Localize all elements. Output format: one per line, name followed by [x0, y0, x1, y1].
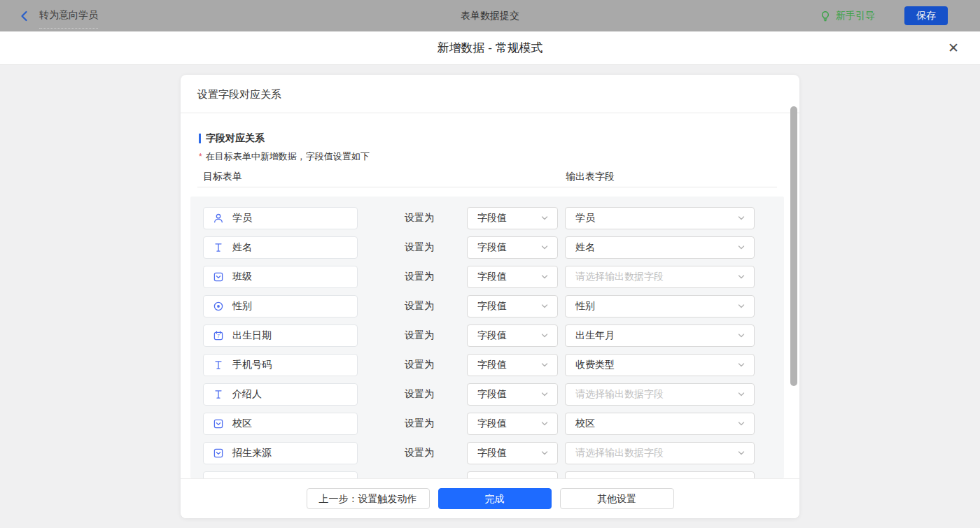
text-field-icon: [213, 359, 224, 371]
output-field-select[interactable]: 性别: [565, 295, 755, 317]
target-field[interactable]: 校区: [203, 413, 358, 435]
chevron-left-icon: [18, 10, 31, 22]
value-type-select[interactable]: 字段值: [467, 413, 558, 435]
target-field-label: 出生日期: [232, 329, 272, 342]
output-field-select[interactable]: 请选择输出数据字段: [565, 383, 755, 406]
radio-field-icon: [213, 301, 224, 312]
output-field-select[interactable]: 出生年月: [565, 324, 755, 347]
modal-body: 设置字段对应关系 字段对应关系 *在目标表单中新增数据，字段值设置如下 目标表单…: [0, 65, 980, 528]
close-icon[interactable]: ✕: [948, 41, 959, 55]
value-type-select[interactable]: 字段值: [467, 324, 558, 347]
target-field[interactable]: 学员: [203, 207, 358, 229]
field-mapping-row: 介绍人 设置为 字段值 请选择输出数据字段: [181, 383, 799, 406]
chevron-down-icon: [540, 361, 549, 369]
chevron-down-icon: [737, 390, 746, 399]
field-mapping-row: 招生来源 设置为 字段值 请选择输出数据字段: [181, 442, 799, 464]
guide-label: 新手引导: [836, 10, 875, 22]
target-field-label: 学员: [232, 212, 252, 224]
save-button[interactable]: 保存: [904, 6, 948, 25]
set-as-label: 设置为: [405, 418, 434, 430]
member-field-icon: [213, 213, 224, 224]
value-type-select[interactable]: 字段值: [467, 236, 558, 259]
value-type-text: 字段值: [477, 418, 540, 430]
output-field-select[interactable]: 请选择输出数据字段: [565, 442, 755, 464]
previous-step-button[interactable]: 上一步：设置触发动作: [307, 488, 430, 509]
field-mapping-row: 姓名 设置为 字段值 姓名: [181, 236, 799, 259]
value-type-text: 字段值: [477, 329, 540, 342]
field-mapping-card: 设置字段对应关系 字段对应关系 *在目标表单中新增数据，字段值设置如下 目标表单…: [181, 75, 799, 518]
field-mapping-row: 班级 设置为 字段值 请选择输出数据字段: [181, 266, 799, 288]
target-field-label: 性别: [232, 300, 252, 313]
set-as-label: 设置为: [405, 241, 434, 254]
target-field-label: 招生来源: [232, 447, 272, 459]
output-field-text: 校区: [575, 418, 737, 430]
target-field[interactable]: 7 出生日期: [203, 324, 358, 347]
topbar-actions: 新手引导 保存: [820, 6, 948, 25]
output-field-text: 请选择输出数据字段: [575, 447, 737, 459]
back-button[interactable]: 转为意向学员: [18, 3, 98, 29]
set-as-label: 设置为: [405, 212, 434, 224]
text-field-icon: [213, 242, 224, 253]
output-field-select[interactable]: 姓名: [565, 236, 755, 259]
output-field-select[interactable]: 收费类型: [565, 354, 755, 376]
output-field-select[interactable]: 校区: [565, 413, 755, 435]
field-mapping-row: 性别 设置为 字段值 性别: [181, 295, 799, 317]
output-field-text: 请选择输出数据字段: [575, 271, 737, 283]
select-field-icon: [213, 448, 224, 459]
vertical-scrollbar[interactable]: [790, 106, 797, 386]
chevron-down-icon: [737, 331, 746, 340]
modal-title: 新增数据 - 常规模式: [437, 40, 542, 56]
chevron-down-icon: [737, 361, 746, 369]
top-bar: 转为意向学员 表单数据提交 新手引导 保存: [0, 0, 980, 31]
output-field-select[interactable]: 学员: [565, 207, 755, 229]
set-as-label: 设置为: [405, 388, 434, 401]
value-type-select[interactable]: 字段值: [467, 383, 558, 406]
chevron-down-icon: [540, 449, 549, 457]
set-as-label: 设置为: [405, 271, 434, 283]
target-field[interactable]: 性别: [203, 295, 358, 317]
finish-button[interactable]: 完成: [438, 488, 552, 509]
set-as-label: 设置为: [405, 359, 434, 371]
target-field[interactable]: 手机号码: [203, 354, 358, 376]
select-field-icon: [213, 271, 224, 283]
chevron-down-icon: [737, 273, 746, 281]
modal-header: 新增数据 - 常规模式 ✕: [0, 31, 980, 65]
value-type-text: 字段值: [477, 271, 540, 283]
target-field-label: 校区: [232, 418, 252, 430]
other-settings-button[interactable]: 其他设置: [560, 488, 674, 509]
target-field-label: 姓名: [232, 241, 252, 254]
field-mapping-row: 校区 设置为 字段值 校区: [181, 413, 799, 435]
target-field[interactable]: 姓名: [203, 236, 358, 259]
back-label[interactable]: 转为意向学员: [39, 9, 98, 29]
chevron-down-icon: [540, 331, 549, 340]
chevron-down-icon: [737, 214, 746, 222]
chevron-down-icon: [540, 420, 549, 428]
target-field[interactable]: 班级: [203, 266, 358, 288]
target-field-label: 手机号码: [232, 359, 272, 371]
target-field[interactable]: 介绍人: [203, 383, 358, 406]
target-field[interactable]: 招生来源: [203, 442, 358, 464]
chevron-down-icon: [540, 273, 549, 281]
set-as-label: 设置为: [405, 447, 434, 459]
value-type-text: 字段值: [477, 212, 540, 224]
output-field-text: 请选择输出数据字段: [575, 388, 737, 401]
set-as-label: 设置为: [405, 300, 434, 313]
value-type-select[interactable]: 字段值: [467, 354, 558, 376]
output-field-select[interactable]: 请选择输出数据字段: [565, 266, 755, 288]
chevron-down-icon: [540, 243, 549, 252]
beginner-guide-link[interactable]: 新手引导: [820, 10, 875, 22]
value-type-select[interactable]: 字段值: [467, 295, 558, 317]
card-footer: 上一步：设置触发动作 完成 其他设置: [181, 478, 799, 518]
value-type-text: 字段值: [477, 388, 540, 401]
output-field-text: 性别: [575, 300, 737, 313]
text-field-icon: [213, 389, 224, 400]
target-field-label: 介绍人: [232, 388, 262, 401]
value-type-select[interactable]: 字段值: [467, 442, 558, 464]
value-type-select[interactable]: 字段值: [467, 266, 558, 288]
select-field-icon: [213, 418, 224, 429]
field-mapping-row: 学员 设置为 字段值 学员: [181, 207, 799, 229]
output-field-text: 收费类型: [575, 359, 737, 371]
output-field-text: 出生年月: [575, 329, 737, 342]
value-type-select[interactable]: 字段值: [467, 207, 558, 229]
svg-text:7: 7: [217, 334, 220, 338]
